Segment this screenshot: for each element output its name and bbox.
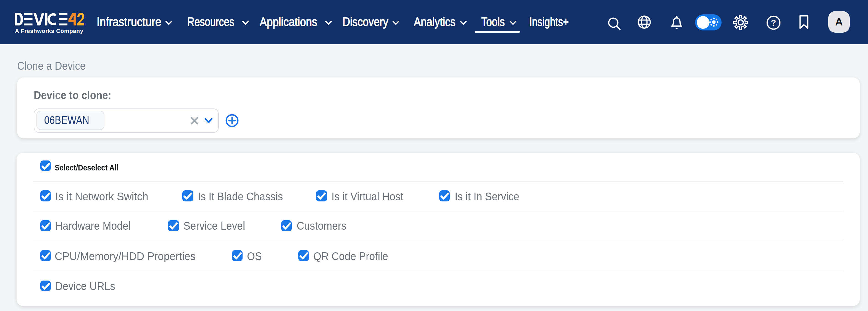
svg-text:?: ?	[771, 18, 776, 27]
svg-text:A Freshworks Company: A Freshworks Company	[15, 28, 84, 34]
